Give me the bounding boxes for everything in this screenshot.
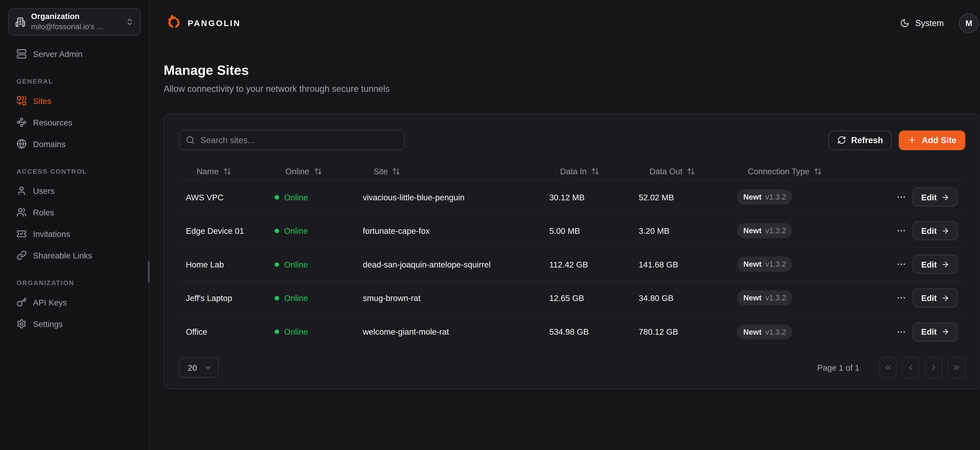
- sidebar-nav: Server Admin GENERAL Sites Resources Dom…: [0, 35, 149, 336]
- sidebar-scrollbar[interactable]: [148, 261, 150, 282]
- chevron-down-icon: [204, 364, 212, 371]
- data-out-value: 52.02 MB: [639, 192, 737, 202]
- search-icon: [186, 136, 195, 144]
- sidebar-section-organization: ORGANIZATION: [8, 279, 142, 287]
- first-page-button[interactable]: [879, 357, 897, 378]
- sidebar-item-domains[interactable]: Domains: [8, 134, 142, 153]
- last-page-button[interactable]: [948, 357, 966, 378]
- link-icon: [16, 250, 27, 260]
- column-header-name[interactable]: Name: [186, 166, 275, 177]
- table-row: Office Online welcome-giant-mole-rat 534…: [179, 315, 966, 349]
- chevron-left-icon: [906, 363, 915, 372]
- user-icon: [16, 185, 27, 196]
- column-header-data-in[interactable]: Data In: [549, 166, 639, 177]
- sort-icon: [313, 167, 322, 176]
- site-slug: fortunate-cape-fox: [363, 226, 549, 236]
- sidebar: Organization milo@fossorial.io's ... Ser…: [0, 0, 150, 450]
- sidebar-item-sites[interactable]: Sites: [8, 91, 142, 110]
- app-window: Organization milo@fossorial.io's ... Ser…: [0, 0, 980, 450]
- data-out-value: 141.68 GB: [639, 260, 737, 269]
- sort-icon: [814, 167, 822, 176]
- sidebar-item-roles[interactable]: Roles: [8, 203, 142, 222]
- ticket-check-icon: [16, 229, 27, 239]
- sidebar-item-shareable-links[interactable]: Shareable Links: [8, 246, 142, 265]
- data-in-value: 112.42 GB: [549, 260, 639, 269]
- org-selector[interactable]: Organization milo@fossorial.io's ...: [8, 8, 141, 35]
- page-label: Page 1 of 1: [817, 363, 859, 372]
- sidebar-item-server-admin[interactable]: Server Admin: [8, 44, 142, 63]
- arrow-right-icon: [941, 294, 950, 302]
- avatar[interactable]: M: [959, 13, 978, 33]
- sidebar-item-users[interactable]: Users: [8, 181, 142, 200]
- data-in-value: 5.00 MB: [549, 226, 639, 236]
- edit-button[interactable]: Edit: [913, 255, 958, 274]
- site-name: Edge Device 01: [186, 226, 275, 236]
- sidebar-item-settings[interactable]: Settings: [8, 314, 142, 333]
- theme-label: System: [915, 18, 944, 28]
- row-menu-button[interactable]: [896, 192, 906, 202]
- site-slug: smug-brown-rat: [363, 293, 549, 303]
- theme-toggle[interactable]: System: [900, 18, 944, 28]
- server-icon: [16, 49, 27, 59]
- site-status: Online: [275, 293, 363, 303]
- main-area: PANGOLIN System M Manage Sites Allow con…: [150, 0, 980, 450]
- table-row: Home Lab Online dead-san-joaquin-antelop…: [179, 248, 966, 281]
- site-name: AWS VPC: [186, 192, 275, 202]
- data-out-value: 34.80 GB: [639, 293, 737, 303]
- sort-icon: [392, 167, 401, 176]
- brand-link[interactable]: PANGOLIN: [164, 14, 241, 32]
- column-header-data-out[interactable]: Data Out: [639, 166, 737, 177]
- settings-icon: [16, 319, 27, 329]
- prev-page-button[interactable]: [902, 357, 920, 378]
- brand-name: PANGOLIN: [188, 18, 241, 28]
- site-name: Home Lab: [186, 260, 275, 269]
- key-icon: [16, 297, 27, 307]
- refresh-button[interactable]: Refresh: [828, 130, 892, 150]
- sort-icon: [591, 167, 599, 176]
- chevron-right-icon: [929, 363, 938, 372]
- online-status-dot: [275, 330, 279, 334]
- online-status-dot: [275, 262, 279, 266]
- arrow-right-icon: [941, 328, 950, 336]
- building-icon: [15, 17, 25, 27]
- search-input[interactable]: [179, 130, 405, 150]
- page-size-select[interactable]: 20: [179, 357, 219, 378]
- site-status: Online: [275, 327, 363, 337]
- site-status: Online: [275, 226, 363, 236]
- column-header-site[interactable]: Site: [363, 166, 549, 177]
- online-status-dot: [275, 228, 279, 233]
- row-menu-button[interactable]: [896, 259, 906, 269]
- data-in-value: 12.65 GB: [549, 293, 639, 303]
- chevrons-up-down-icon: [126, 18, 134, 26]
- data-in-value: 30.12 MB: [549, 192, 639, 202]
- site-slug: dead-san-joaquin-antelope-squirrel: [363, 260, 549, 269]
- edit-button[interactable]: Edit: [913, 288, 958, 307]
- sidebar-item-api-keys[interactable]: API Keys: [8, 293, 142, 312]
- edit-button[interactable]: Edit: [913, 322, 958, 341]
- sites-table: Name Online Site Data In Data Out Connec…: [179, 163, 966, 349]
- row-menu-button[interactable]: [896, 226, 906, 236]
- data-out-value: 3.20 MB: [639, 226, 737, 236]
- globe-icon: [16, 139, 27, 149]
- site-status: Online: [275, 260, 363, 269]
- org-selector-label: Organization: [31, 12, 120, 22]
- online-status-dot: [275, 195, 279, 200]
- row-menu-button[interactable]: [896, 326, 906, 337]
- edit-button[interactable]: Edit: [913, 221, 958, 240]
- sidebar-section-general: GENERAL: [8, 78, 142, 85]
- table-row: Edge Device 01 Online fortunate-cape-fox…: [179, 214, 966, 248]
- sidebar-item-invitations[interactable]: Invitations: [8, 224, 142, 243]
- column-header-connection-type[interactable]: Connection Type: [737, 166, 896, 177]
- table-row: AWS VPC Online vivacious-little-blue-pen…: [179, 181, 966, 214]
- next-page-button[interactable]: [925, 357, 943, 378]
- sites-toolbar: Refresh Add Site: [179, 130, 966, 150]
- column-header-online[interactable]: Online: [275, 166, 363, 177]
- sidebar-item-resources[interactable]: Resources: [8, 113, 142, 132]
- waypoints-icon: [16, 117, 27, 127]
- edit-button[interactable]: Edit: [913, 188, 958, 207]
- add-site-button[interactable]: Add Site: [899, 130, 965, 150]
- row-menu-button[interactable]: [896, 293, 906, 303]
- topbar: PANGOLIN System M: [150, 0, 980, 46]
- data-in-value: 534.98 GB: [549, 327, 639, 337]
- arrow-right-icon: [941, 193, 950, 201]
